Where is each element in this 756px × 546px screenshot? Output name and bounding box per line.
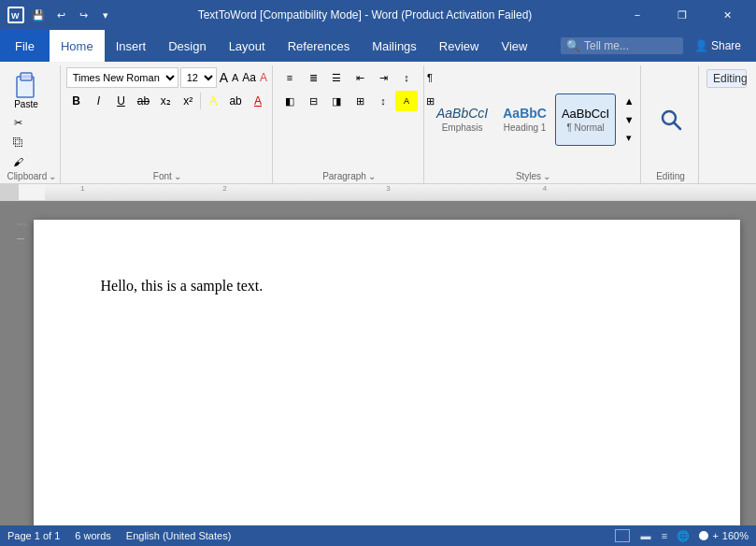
para-row2: ◧ ⊟ ◨ ⊞ ↕ A ⊞ bbox=[278, 91, 441, 111]
document-page[interactable]: Hello, this is a sample text. bbox=[34, 220, 740, 525]
subscript-button[interactable]: x₂ bbox=[155, 91, 176, 111]
line-spacing-button[interactable]: ↕ bbox=[372, 91, 394, 111]
styles-scroll-up[interactable]: ▲ bbox=[618, 93, 640, 109]
undo-quick-btn[interactable]: ↩ bbox=[52, 7, 69, 23]
text-effect-button[interactable]: A bbox=[203, 91, 223, 111]
menu-bar: File Home Insert Design Layout Reference… bbox=[0, 30, 756, 62]
align-left-button[interactable]: ◧ bbox=[278, 91, 301, 111]
font-name-select[interactable]: Times New Roman bbox=[66, 67, 178, 88]
menu-layout[interactable]: Layout bbox=[218, 30, 277, 62]
cut-button[interactable]: ✂ bbox=[7, 113, 28, 132]
status-bar: Page 1 of 1 6 words English (United Stat… bbox=[0, 525, 756, 546]
change-case-button[interactable]: Aa bbox=[241, 67, 257, 88]
style-emphasis-button[interactable]: AaBbCcI Emphasis bbox=[430, 93, 494, 146]
increase-indent-button[interactable]: ⇥ bbox=[372, 67, 394, 88]
clipboard-small-btns: ✂ ⿻ 🖌 bbox=[7, 113, 28, 171]
ruler: 1 2 3 4 bbox=[0, 184, 756, 201]
restore-button[interactable]: ❐ bbox=[661, 0, 704, 30]
menu-insert[interactable]: Insert bbox=[105, 30, 158, 62]
minimize-button[interactable]: − bbox=[616, 0, 659, 30]
tell-me-input[interactable] bbox=[584, 39, 678, 52]
paste-label: Paste bbox=[14, 99, 38, 109]
paste-button[interactable]: Paste bbox=[7, 67, 45, 111]
underline-button[interactable]: U bbox=[111, 91, 132, 111]
decrease-indent-button[interactable]: ⇤ bbox=[349, 67, 371, 88]
paragraph-group: ≡ ≣ ☰ ⇤ ⇥ ↕ ¶ ◧ ⊟ ◨ ⊞ ↕ A ⊞ bbox=[275, 65, 424, 183]
macro-recording-icon bbox=[615, 529, 630, 542]
web-layout-view-button[interactable]: 🌐 bbox=[675, 527, 692, 544]
zoom-in-btn[interactable]: + bbox=[712, 530, 718, 541]
sort-button[interactable]: ↕ bbox=[395, 67, 418, 88]
status-right: ▬ ≡ 🌐 − + 160% bbox=[615, 527, 749, 544]
menu-file[interactable]: File bbox=[0, 30, 50, 62]
heading1-preview: AaBbC bbox=[503, 106, 547, 121]
style-normal-button[interactable]: AaBbCcI ¶ Normal bbox=[555, 93, 616, 146]
font-divider bbox=[200, 93, 201, 109]
styles-group: AaBbCcI Emphasis AaBbC Heading 1 AaBbCcI… bbox=[426, 65, 641, 183]
editing-label: Editing bbox=[647, 171, 694, 183]
menu-references[interactable]: References bbox=[277, 30, 361, 62]
styles-dialog-icon[interactable]: ⌄ bbox=[543, 171, 550, 181]
format-painter-button[interactable]: 🖌 bbox=[7, 152, 28, 171]
clipboard-group: Paste ✂ ⿻ 🖌 Clipboard ⌄ bbox=[4, 65, 61, 183]
font-color-button[interactable]: A bbox=[248, 91, 268, 111]
language: English (United States) bbox=[126, 530, 232, 541]
bullets-button[interactable]: ≡ bbox=[278, 67, 301, 88]
bold-button[interactable]: B bbox=[66, 91, 87, 111]
shading-button[interactable]: A bbox=[395, 91, 418, 111]
para-row1: ≡ ≣ ☰ ⇤ ⇥ ↕ ¶ bbox=[278, 67, 441, 88]
share-button[interactable]: 👤 Share bbox=[687, 36, 749, 56]
tell-me-box[interactable]: 🔍 bbox=[561, 37, 683, 54]
styles-more[interactable]: ▾ bbox=[618, 130, 640, 147]
close-button[interactable]: ✕ bbox=[706, 0, 749, 30]
multilevel-button[interactable]: ☰ bbox=[325, 67, 348, 88]
ribbon-content: Paste ✂ ⿻ 🖌 Clipboard ⌄ Times New Roman bbox=[4, 65, 752, 183]
menu-view[interactable]: View bbox=[490, 30, 538, 62]
copy-button[interactable]: ⿻ bbox=[7, 133, 28, 151]
editing-text-label: Editing bbox=[706, 69, 747, 88]
read-mode-view-button[interactable]: ≡ bbox=[656, 527, 673, 544]
window-title: TextToWord [Compatibility Mode] - Word (… bbox=[114, 8, 616, 22]
menu-design[interactable]: Design bbox=[157, 30, 217, 62]
align-center-button[interactable]: ⊟ bbox=[302, 91, 324, 111]
clipboard-label: Clipboard ⌄ bbox=[7, 171, 56, 183]
zoom-controls: − + 160% bbox=[699, 530, 749, 541]
numbering-button[interactable]: ≣ bbox=[302, 67, 324, 88]
shrink-font-button[interactable]: A bbox=[231, 67, 239, 88]
grow-font-button[interactable]: A bbox=[219, 67, 229, 88]
document-area: Hello, this is a sample text. bbox=[0, 201, 756, 525]
highlight-color-button[interactable]: ab bbox=[225, 91, 246, 111]
editing-text-area: Editing bbox=[701, 65, 752, 183]
view-buttons: ▬ ≡ 🌐 bbox=[637, 527, 692, 544]
title-bar: W 💾 ↩ ↪ ▾ TextToWord [Compatibility Mode… bbox=[0, 0, 756, 30]
search-icon: 🔍 bbox=[566, 39, 580, 52]
dialog-launcher-icon[interactable]: ⌄ bbox=[49, 171, 56, 181]
redo-quick-btn[interactable]: ↪ bbox=[75, 7, 92, 23]
window-controls: − ❐ ✕ bbox=[616, 0, 749, 30]
doc-wrapper: Hello, this is a sample text. bbox=[17, 220, 740, 507]
align-right-button[interactable]: ◨ bbox=[325, 91, 348, 111]
zoom-thumb[interactable] bbox=[699, 531, 708, 540]
strikethrough-button[interactable]: ab bbox=[133, 91, 153, 111]
justify-button[interactable]: ⊞ bbox=[349, 91, 371, 111]
save-quick-btn[interactable]: 💾 bbox=[30, 7, 47, 23]
font-size-select[interactable]: 12 bbox=[180, 67, 217, 88]
menu-review[interactable]: Review bbox=[428, 30, 491, 62]
styles-scroll-buttons: ▲ ▼ ▾ bbox=[618, 93, 640, 147]
ribbon: Paste ✂ ⿻ 🖌 Clipboard ⌄ Times New Roman bbox=[0, 62, 756, 184]
clear-format-button[interactable]: A bbox=[259, 67, 268, 88]
styles-scroll-down[interactable]: ▼ bbox=[618, 111, 640, 128]
superscript-button[interactable]: x² bbox=[178, 91, 198, 111]
normal-preview: AaBbCcI bbox=[562, 107, 609, 121]
styles-label: Styles ⌄ bbox=[430, 171, 636, 183]
print-layout-view-button[interactable]: ▬ bbox=[637, 527, 654, 544]
normal-label: ¶ Normal bbox=[566, 122, 604, 133]
font-dialog-icon[interactable]: ⌄ bbox=[174, 171, 181, 181]
menu-home[interactable]: Home bbox=[50, 30, 105, 62]
customize-quick-btn[interactable]: ▾ bbox=[97, 7, 114, 23]
style-heading1-button[interactable]: AaBbC Heading 1 bbox=[496, 93, 553, 146]
italic-button[interactable]: I bbox=[89, 91, 109, 111]
menu-mailings[interactable]: Mailings bbox=[361, 30, 428, 62]
paste-icon bbox=[11, 69, 41, 99]
para-dialog-icon[interactable]: ⌄ bbox=[368, 171, 376, 181]
